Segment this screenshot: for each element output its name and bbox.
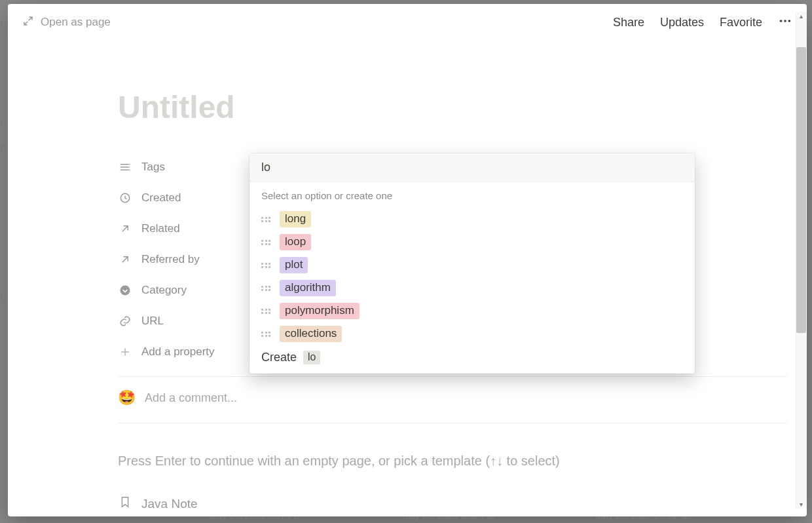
clock-icon bbox=[118, 191, 132, 205]
user-avatar-emoji: 🤩 bbox=[118, 389, 136, 406]
tag-option-long[interactable]: long bbox=[261, 208, 683, 231]
svg-point-1 bbox=[784, 20, 786, 22]
tag-search-wrap[interactable] bbox=[249, 153, 695, 182]
drag-handle-icon[interactable] bbox=[261, 240, 270, 245]
open-as-page-button[interactable]: Open as page bbox=[22, 15, 111, 30]
tag-select-dropdown: Select an option or create one longloopp… bbox=[249, 153, 695, 374]
tag-option-loop[interactable]: loop bbox=[261, 231, 683, 254]
svg-point-3 bbox=[129, 164, 130, 165]
tag-dropdown-hint: Select an option or create one bbox=[261, 190, 683, 201]
add-property-label: Add a property bbox=[141, 345, 215, 358]
tag-option-collections[interactable]: collections bbox=[261, 322, 683, 345]
tag-create-value: lo bbox=[303, 351, 320, 364]
drag-handle-icon[interactable] bbox=[261, 286, 270, 291]
tag-chip: loop bbox=[280, 234, 311, 250]
tag-search-input[interactable] bbox=[261, 161, 683, 174]
tag-create-label: Create bbox=[261, 351, 297, 364]
tag-option-algorithm[interactable]: algorithm bbox=[261, 277, 683, 300]
more-actions-button[interactable] bbox=[778, 14, 792, 31]
scrollbar-track[interactable]: ▴ ▾ bbox=[796, 12, 807, 509]
scrollbar-thumb[interactable] bbox=[796, 47, 806, 333]
expand-icon bbox=[22, 15, 34, 30]
open-as-page-label: Open as page bbox=[41, 16, 111, 29]
property-label: Category bbox=[141, 284, 187, 297]
drag-handle-icon[interactable] bbox=[261, 217, 270, 222]
share-button[interactable]: Share bbox=[613, 16, 644, 29]
tag-option-plot[interactable]: plot bbox=[261, 254, 683, 277]
bookmark-icon bbox=[118, 495, 132, 513]
tag-chip: collections bbox=[280, 326, 342, 342]
svg-point-2 bbox=[788, 20, 791, 22]
template-label: Java Note bbox=[141, 497, 198, 511]
page-title[interactable]: Untitled bbox=[118, 89, 787, 125]
drag-handle-icon[interactable] bbox=[261, 309, 270, 314]
svg-point-5 bbox=[129, 169, 130, 170]
modal-topbar: Open as page Share Updates Favorite bbox=[8, 4, 807, 41]
property-label: Related bbox=[141, 222, 180, 235]
tag-create-option[interactable]: Create lo bbox=[261, 351, 683, 364]
divider bbox=[118, 376, 787, 377]
svg-point-7 bbox=[120, 285, 130, 295]
property-label: Referred by bbox=[141, 253, 200, 266]
empty-page-hint: Press Enter to continue with an empty pa… bbox=[118, 454, 787, 469]
updates-button[interactable]: Updates bbox=[660, 16, 704, 29]
arrow-up-right-icon bbox=[118, 252, 132, 267]
svg-point-4 bbox=[129, 166, 130, 168]
favorite-button[interactable]: Favorite bbox=[720, 16, 762, 29]
property-label: URL bbox=[141, 315, 164, 328]
tag-chip: polymorphism bbox=[280, 303, 360, 319]
arrow-up-right-icon bbox=[118, 222, 132, 236]
scroll-up-arrow-icon[interactable]: ▴ bbox=[798, 12, 805, 20]
tag-option-polymorphism[interactable]: polymorphism bbox=[261, 300, 683, 322]
plus-icon bbox=[118, 345, 132, 359]
chevron-circle-down-icon bbox=[118, 283, 132, 298]
drag-handle-icon[interactable] bbox=[261, 332, 270, 337]
divider bbox=[118, 423, 787, 423]
drag-handle-icon[interactable] bbox=[261, 263, 270, 268]
tag-chip: plot bbox=[280, 257, 308, 273]
add-comment-row[interactable]: 🤩 Add a comment... bbox=[118, 382, 787, 414]
property-label: Tags bbox=[141, 161, 165, 174]
svg-point-0 bbox=[780, 20, 783, 22]
link-icon bbox=[118, 314, 132, 328]
page-peek-modal: ▴ ▾ Open as page Share Updates Favorite … bbox=[8, 4, 807, 516]
tag-chip: long bbox=[280, 211, 311, 227]
template-option[interactable]: Java Note bbox=[118, 495, 787, 513]
tags-icon bbox=[118, 160, 132, 174]
tag-chip: algorithm bbox=[280, 280, 336, 296]
comment-placeholder: Add a comment... bbox=[145, 391, 237, 405]
property-label: Created bbox=[141, 191, 181, 204]
scroll-down-arrow-icon[interactable]: ▾ bbox=[798, 501, 805, 508]
